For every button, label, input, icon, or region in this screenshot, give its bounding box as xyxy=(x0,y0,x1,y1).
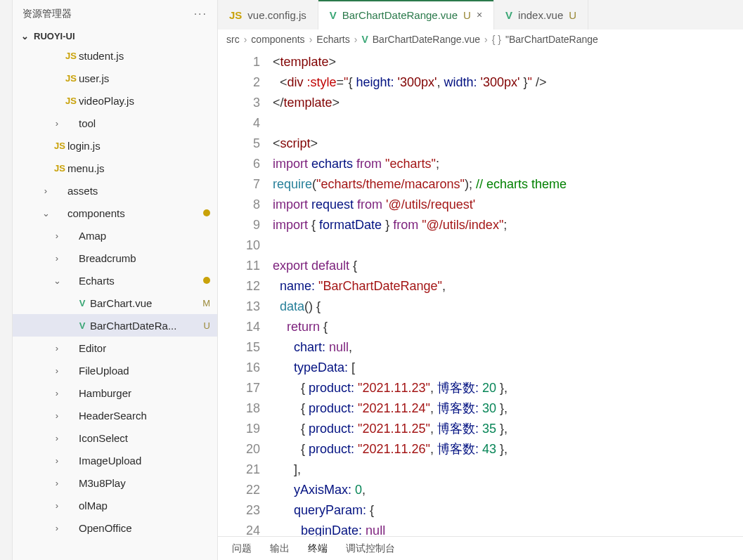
tree-item[interactable]: JSstudent.js xyxy=(13,44,217,67)
js-file-icon: JS xyxy=(229,9,242,21)
editor-area: JSvue.config.jsVBarChartDateRange.vueU×V… xyxy=(218,0,743,560)
tab-label: vue.config.js xyxy=(247,9,306,21)
chevron-icon: › xyxy=(51,118,63,129)
code-editor[interactable]: 123456789101112131415161718192021222324 … xyxy=(218,49,743,536)
panel-tab-output[interactable]: 输出 xyxy=(270,542,290,555)
sidebar-title: 资源管理器 xyxy=(22,8,72,20)
breadcrumb[interactable]: src› components› Echarts› V BarChartDate… xyxy=(218,30,743,49)
chevron-icon: › xyxy=(51,230,63,241)
chevron-icon: › xyxy=(51,388,63,398)
symbol-icon: { } xyxy=(492,34,501,45)
tree-item[interactable]: ›HeaderSearch xyxy=(13,404,217,426)
sidebar-more-icon[interactable]: ··· xyxy=(194,8,207,20)
tree-item[interactable]: ›ImageUpload xyxy=(13,449,217,471)
tree-item[interactable]: JSlogin.js xyxy=(13,134,217,157)
crumb[interactable]: BarChartDateRange.vue xyxy=(373,34,480,45)
tree-item-label: Breadcrumb xyxy=(79,252,210,264)
tree-item-label: HeaderSearch xyxy=(79,410,210,422)
tree-item[interactable]: ›assets xyxy=(13,179,217,202)
chevron-down-icon: ⌄ xyxy=(20,31,30,41)
vue-file-icon: V xyxy=(75,320,90,331)
tree-item[interactable]: ›Hamburger xyxy=(13,382,217,404)
tree-item[interactable]: ›Editor xyxy=(13,337,217,359)
tab-bar: JSvue.config.jsVBarChartDateRange.vueU×V… xyxy=(218,0,743,30)
tree-item[interactable]: ⌄components xyxy=(13,202,217,224)
chevron-icon: › xyxy=(51,500,63,511)
sidebar-header: 资源管理器 ··· xyxy=(13,0,217,28)
git-status-badge: U xyxy=(198,320,210,331)
bottom-panel-tabs: 问题 输出 终端 调试控制台 xyxy=(218,536,743,560)
tree-item-label: IconSelect xyxy=(79,432,210,444)
workspace-name: RUOYI-UI xyxy=(34,31,75,41)
tree-item[interactable]: JSuser.js xyxy=(13,67,217,89)
tab-label: BarChartDateRange.vue xyxy=(342,9,458,21)
tree-item-label: M3u8Play xyxy=(79,477,210,489)
chevron-icon: › xyxy=(51,455,63,466)
tree-item[interactable]: VBarChartDateRa...U xyxy=(13,314,217,337)
tree-item[interactable]: JSvideoPlay.js xyxy=(13,89,217,112)
tree-item-label: Hamburger xyxy=(79,387,210,399)
editor-tab[interactable]: VBarChartDateRange.vueU× xyxy=(318,0,494,30)
chevron-icon: › xyxy=(51,523,63,533)
chevron-icon: ⌄ xyxy=(39,208,52,219)
modified-dot-icon xyxy=(203,209,210,216)
tree-item-label: BarChart.vue xyxy=(90,297,198,309)
js-file-icon: JS xyxy=(63,51,79,61)
tree-item-label: assets xyxy=(67,185,210,197)
chevron-icon: ⌄ xyxy=(51,275,63,286)
git-status-badge: U xyxy=(569,9,576,21)
tree-item-label: Echarts xyxy=(79,275,199,287)
chevron-icon: › xyxy=(51,253,63,263)
tree-item[interactable]: VBarChart.vueM xyxy=(13,292,217,314)
chevron-icon: › xyxy=(51,433,63,443)
vue-file-icon: V xyxy=(505,9,512,21)
tree-item[interactable]: ›IconSelect xyxy=(13,426,217,449)
activity-bar[interactable] xyxy=(0,0,13,560)
panel-tab-terminal[interactable]: 终端 xyxy=(308,542,328,555)
tree-item-label: student.js xyxy=(79,50,210,62)
code-lines[interactable]: <template> <div :style="{ height: '300px… xyxy=(273,49,743,536)
tree-item-label: tool xyxy=(79,117,210,129)
crumb[interactable]: Echarts xyxy=(316,34,349,45)
js-file-icon: JS xyxy=(52,141,67,151)
panel-tab-problems[interactable]: 问题 xyxy=(232,542,252,555)
tree-item-label: user.js xyxy=(79,72,210,84)
vue-file-icon: V xyxy=(330,9,337,21)
tree-item[interactable]: ›OpenOffice xyxy=(13,516,217,539)
crumb[interactable]: components xyxy=(251,34,304,45)
tree-item[interactable]: ›Breadcrumb xyxy=(13,247,217,269)
tree-item-label: OpenOffice xyxy=(79,522,210,534)
editor-tab[interactable]: Vindex.vueU xyxy=(494,0,588,30)
tree-item[interactable]: ›FileUpload xyxy=(13,359,217,382)
crumb[interactable]: "BarChartDateRange xyxy=(505,34,598,45)
modified-dot-icon xyxy=(203,277,210,284)
tree-item-label: Amap xyxy=(79,230,210,242)
tree-item-label: Editor xyxy=(79,342,210,354)
crumb[interactable]: src xyxy=(226,34,240,45)
tree-item-label: FileUpload xyxy=(79,365,210,377)
chevron-icon: › xyxy=(39,185,52,196)
tab-label: index.vue xyxy=(518,9,563,21)
tree-item[interactable]: ›tool xyxy=(13,112,217,134)
chevron-icon: › xyxy=(51,478,63,488)
sidebar-root[interactable]: ⌄ RUOYI-UI xyxy=(13,28,217,44)
tree-item[interactable]: ›Amap xyxy=(13,224,217,247)
editor-tab[interactable]: JSvue.config.js xyxy=(218,0,318,30)
tree-item-label: menu.js xyxy=(67,162,210,174)
close-icon[interactable]: × xyxy=(477,9,482,20)
js-file-icon: JS xyxy=(52,163,67,174)
tree-item-label: login.js xyxy=(67,140,210,152)
js-file-icon: JS xyxy=(63,96,79,106)
chevron-icon: › xyxy=(51,343,63,353)
tree-item[interactable]: ›olMap xyxy=(13,494,217,516)
tree-item[interactable]: JSmenu.js xyxy=(13,157,217,179)
tree-item-label: ImageUpload xyxy=(79,455,210,467)
git-status-badge: M xyxy=(198,298,210,308)
tree-item[interactable]: ›M3u8Play xyxy=(13,471,217,494)
tree-item-label: BarChartDateRa... xyxy=(90,320,198,332)
panel-tab-debug[interactable]: 调试控制台 xyxy=(346,542,395,555)
sidebar: 资源管理器 ··· ⌄ RUOYI-UI JSstudent.jsJSuser.… xyxy=(13,0,218,560)
line-gutter: 123456789101112131415161718192021222324 xyxy=(218,49,273,536)
file-tree: JSstudent.jsJSuser.jsJSvideoPlay.js›tool… xyxy=(13,44,217,560)
tree-item[interactable]: ⌄Echarts xyxy=(13,269,217,292)
